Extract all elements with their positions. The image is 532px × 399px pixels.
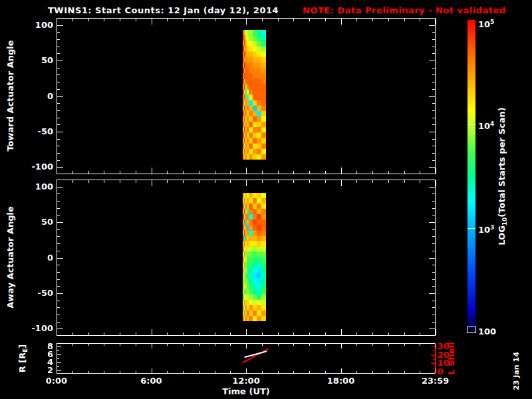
tick-mark — [57, 258, 63, 259]
tick-mark — [215, 19, 215, 21]
tick-mark — [152, 368, 152, 373]
tick-mark — [432, 265, 435, 265]
tick-mark — [262, 19, 263, 21]
tick-mark — [420, 171, 420, 174]
tick-mark — [341, 329, 342, 335]
tick-mark — [120, 171, 120, 174]
tick-mark — [104, 171, 104, 174]
tick-mark — [57, 139, 60, 140]
tick-mark — [57, 272, 60, 273]
tick-mark — [57, 366, 59, 367]
tick-mark — [57, 74, 60, 75]
tick-mark — [309, 19, 310, 21]
tick-mark — [167, 371, 168, 373]
tick-mark — [325, 19, 326, 21]
y-tick-label: -50 — [1, 289, 53, 298]
tick-mark — [432, 307, 435, 308]
tick-mark — [120, 180, 120, 183]
tick-mark — [183, 180, 184, 183]
tick-mark — [341, 368, 342, 373]
tick-mark — [432, 301, 435, 301]
l-tick-label: 0 — [438, 367, 458, 376]
tick-mark — [104, 371, 104, 373]
y-tick-label: -100 — [1, 162, 53, 172]
tick-mark — [72, 344, 73, 346]
tick-mark — [57, 146, 60, 146]
tick-mark — [278, 180, 279, 183]
tick-mark — [199, 19, 200, 21]
tick-mark — [429, 258, 435, 259]
tick-mark — [136, 332, 136, 335]
l-shell-line — [243, 349, 268, 362]
tick-mark — [404, 332, 405, 335]
tick-mark — [199, 344, 200, 346]
tick-mark — [432, 82, 435, 82]
tick-mark — [432, 286, 435, 287]
tick-mark — [432, 139, 435, 140]
tick-mark — [88, 344, 89, 346]
tick-mark — [215, 171, 215, 174]
tick-mark — [388, 332, 389, 335]
tick-mark — [167, 332, 168, 335]
tick-mark — [57, 243, 60, 244]
tick-mark — [88, 171, 89, 174]
tick-mark — [432, 146, 435, 146]
colorbar-top-exponent: 5 — [490, 19, 494, 25]
tick-mark — [57, 47, 60, 47]
colorbar-tick-exponent: 3 — [490, 224, 494, 231]
tick-mark — [57, 168, 57, 174]
tick-mark — [57, 96, 63, 97]
tick-mark — [88, 371, 89, 373]
tick-mark — [183, 332, 184, 335]
tick-mark — [309, 332, 310, 335]
tick-mark — [88, 19, 89, 21]
tick-mark — [404, 344, 405, 346]
tick-mark — [57, 215, 60, 215]
tick-mark — [136, 180, 136, 183]
tick-mark — [262, 371, 263, 373]
tick-mark — [372, 19, 373, 21]
tick-mark — [57, 194, 60, 194]
tick-mark — [167, 180, 168, 183]
tick-mark — [429, 329, 435, 329]
tick-mark — [57, 103, 60, 104]
tick-mark — [230, 371, 231, 373]
tick-mark — [57, 286, 60, 287]
tick-mark — [420, 180, 420, 183]
tick-mark — [136, 171, 136, 174]
y-tick-label: 0 — [1, 253, 53, 263]
tick-mark — [432, 89, 435, 90]
tick-mark — [57, 19, 57, 25]
tick-mark — [293, 344, 294, 346]
tick-mark — [57, 307, 60, 308]
x-tick-label: 6:00 — [140, 376, 162, 386]
tick-mark — [431, 346, 435, 347]
tick-mark — [120, 19, 120, 21]
colorbar-tick-label: 104 — [478, 119, 494, 131]
tick-mark — [262, 344, 263, 346]
tick-mark — [356, 344, 357, 346]
tick-mark — [356, 332, 357, 335]
tick-mark — [404, 19, 405, 21]
tick-mark — [429, 25, 435, 26]
tick-mark — [433, 359, 435, 360]
tick-mark — [372, 171, 373, 174]
tick-mark — [72, 180, 73, 183]
tick-mark — [432, 236, 435, 237]
tick-mark — [57, 118, 60, 118]
tick-mark — [432, 279, 435, 280]
tick-mark — [278, 332, 279, 335]
tick-mark — [88, 332, 89, 335]
tick-mark — [104, 19, 104, 21]
tick-mark — [57, 350, 59, 351]
colorbar — [467, 20, 475, 332]
tick-mark — [432, 251, 435, 251]
tick-mark — [341, 344, 342, 348]
tick-mark — [325, 171, 326, 174]
tick-mark — [183, 171, 184, 174]
tick-mark — [436, 368, 436, 373]
tick-mark — [57, 329, 57, 335]
colorbar-tick-dash — [467, 228, 475, 229]
away-spectrogram-strip — [243, 193, 266, 321]
x-tick-label: 23:59 — [422, 376, 449, 386]
